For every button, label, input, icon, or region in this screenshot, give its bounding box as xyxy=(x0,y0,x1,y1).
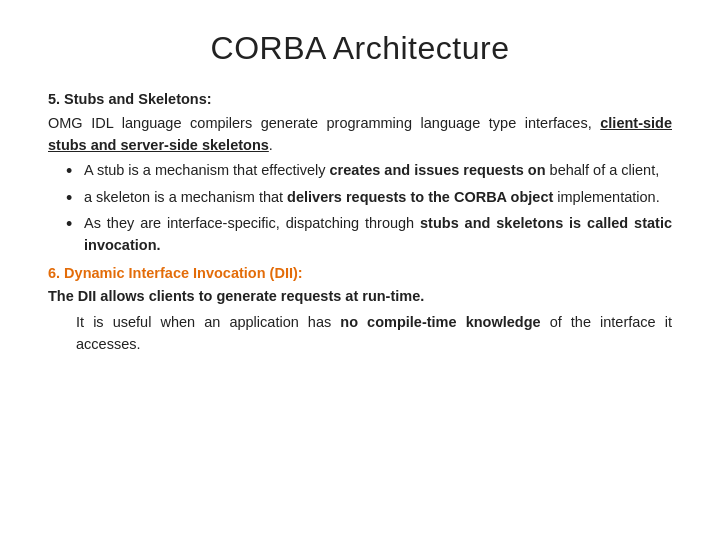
bullet1-bold: creates and issues requests on xyxy=(330,162,546,178)
section6-line2-start: It is useful when an application has xyxy=(76,314,340,330)
bullet-text-1: A stub is a mechanism that effectively c… xyxy=(84,160,672,182)
bullet-text-2: a skeleton is a mechanism that delivers … xyxy=(84,187,672,209)
section6-line1: The DII allows clients to generate reque… xyxy=(48,286,672,308)
section5-heading: 5. Stubs and Skeletons: xyxy=(48,89,672,111)
section6-line2: It is useful when an application has no … xyxy=(76,312,672,356)
bullet1-end: behalf of a client, xyxy=(546,162,660,178)
section6-heading: 6. Dynamic Interface Invocation (DII): xyxy=(48,263,672,285)
section6-line2-bold: no compile-time knowledge xyxy=(340,314,540,330)
section5-intro: OMG IDL language compilers generate prog… xyxy=(48,113,672,157)
bullet-item-1: • A stub is a mechanism that effectively… xyxy=(66,160,672,183)
bullet-item-3: • As they are interface-specific, dispat… xyxy=(66,213,672,257)
bullet-dot-3: • xyxy=(66,213,80,236)
section5-intro-end: . xyxy=(269,137,273,153)
bullet1-start: A stub is a mechanism that effectively xyxy=(84,162,330,178)
bullet-text-3: As they are interface-specific, dispatch… xyxy=(84,213,672,257)
bullet-dot-1: • xyxy=(66,160,80,183)
content-area: 5. Stubs and Skeletons: OMG IDL language… xyxy=(48,89,672,360)
bullet-dot-2: • xyxy=(66,187,80,210)
slide-title: CORBA Architecture xyxy=(48,30,672,67)
bullet-item-2: • a skeleton is a mechanism that deliver… xyxy=(66,187,672,210)
bullet2-end: implementation. xyxy=(553,189,659,205)
bullet-list: • A stub is a mechanism that effectively… xyxy=(66,160,672,256)
bullet3-start: As they are interface-specific, dispatch… xyxy=(84,215,420,231)
section5-intro-text: OMG IDL language compilers generate prog… xyxy=(48,115,600,131)
bullet2-start: a skeleton is a mechanism that xyxy=(84,189,287,205)
slide: CORBA Architecture 5. Stubs and Skeleton… xyxy=(0,0,720,540)
bullet2-bold: delivers requests to the CORBA object xyxy=(287,189,553,205)
